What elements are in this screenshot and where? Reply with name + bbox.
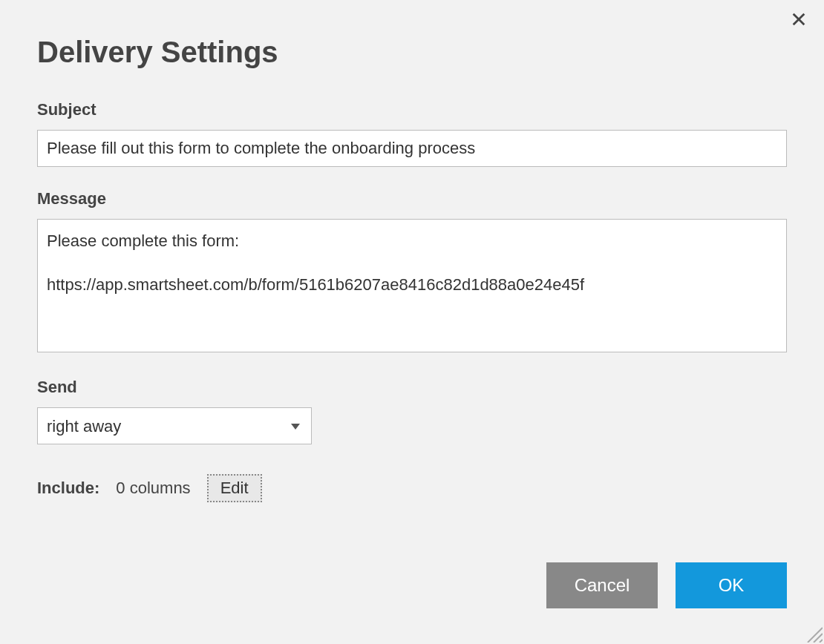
include-label: Include: — [37, 479, 99, 498]
svg-line-5 — [820, 640, 823, 643]
subject-field-group: Subject — [37, 100, 787, 167]
send-label: Send — [37, 378, 787, 397]
close-button[interactable] — [787, 9, 811, 33]
subject-label: Subject — [37, 100, 787, 119]
resize-grip-icon — [803, 623, 823, 643]
send-select[interactable]: right away — [37, 407, 312, 444]
message-field-group: Message — [37, 189, 787, 355]
edit-columns-button[interactable]: Edit — [207, 474, 262, 502]
delivery-settings-dialog: Delivery Settings Subject Message Send r… — [0, 0, 824, 644]
svg-line-4 — [814, 634, 823, 643]
dialog-button-row: Cancel OK — [546, 562, 787, 608]
include-row: Include: 0 columns Edit — [37, 474, 787, 502]
svg-line-3 — [808, 628, 823, 643]
ok-button[interactable]: OK — [676, 562, 787, 608]
send-select-wrap: right away — [37, 407, 312, 444]
message-label: Message — [37, 189, 787, 208]
cancel-button[interactable]: Cancel — [546, 562, 658, 608]
close-icon — [791, 11, 807, 30]
send-field-group: Send right away — [37, 378, 787, 444]
message-textarea[interactable] — [37, 219, 787, 352]
subject-input[interactable] — [37, 130, 787, 167]
include-columns-value: 0 columns — [116, 479, 190, 498]
dialog-title: Delivery Settings — [37, 36, 787, 69]
